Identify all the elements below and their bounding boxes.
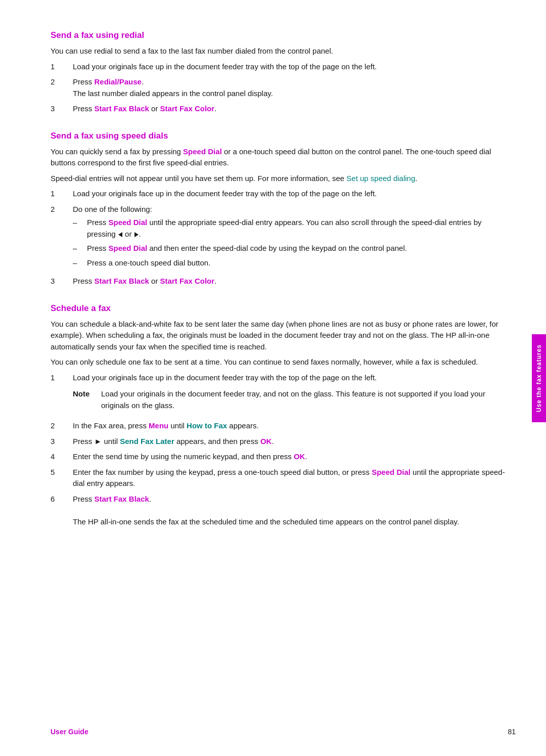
step-content: Load your originals face up in the docum…: [73, 372, 506, 417]
step-3-redial: 3 Press Start Fax Black or Start Fax Col…: [51, 103, 506, 115]
step-num: 5: [51, 467, 63, 490]
sub-item-2: – Press Speed Dial and then enter the sp…: [73, 243, 506, 254]
section-intro-schedule: You can schedule a black-and-white fax t…: [51, 319, 506, 353]
triangle-right-icon: [134, 232, 139, 237]
footer-label: User Guide: [51, 728, 88, 736]
step-content: Enter the fax number by using the keypad…: [73, 467, 506, 490]
step-content: In the Fax area, press Menu until How to…: [73, 420, 506, 432]
steps-list-redial: 1 Load your originals face up in the doc…: [51, 61, 506, 115]
keyword-menu: Menu: [149, 421, 168, 430]
step-num: 3: [51, 436, 63, 448]
sub-content: Press Speed Dial and then enter the spee…: [87, 243, 506, 254]
keyword-start-fax-color-2: Start Fax Color: [160, 277, 215, 285]
step-content: Press Start Fax Black or Start Fax Color…: [73, 103, 506, 115]
step-num: 1: [51, 61, 63, 73]
triangle-left-icon: [118, 232, 122, 237]
keyword-start-fax-black: Start Fax Black: [95, 104, 149, 113]
section-intro2-schedule: You can only schedule one fax to be sent…: [51, 357, 506, 368]
step-content: Do one of the following: – Press Speed D…: [73, 204, 506, 272]
step-6-schedule: 6 Press Start Fax Black. The HP all-in-o…: [51, 494, 506, 528]
sub-content: Press Speed Dial until the appropriate s…: [87, 217, 506, 240]
dash: –: [73, 257, 80, 269]
section-title-speed-dials: Send a fax using speed dials: [51, 131, 506, 141]
section-send-fax-redial: Send a fax using redial You can use redi…: [51, 30, 506, 115]
section-schedule-fax: Schedule a fax You can schedule a black-…: [51, 303, 506, 528]
side-tab-text: Use the fax features: [535, 344, 542, 412]
step-num: 2: [51, 76, 63, 99]
step-content: Press Start Fax Black or Start Fax Color…: [73, 276, 506, 287]
step-content: Press ► until Send Fax Later appears, an…: [73, 436, 506, 448]
dash: –: [73, 243, 80, 254]
step-content: Press Start Fax Black. The HP all-in-one…: [73, 494, 506, 528]
step-2-redial: 2 Press Redial/Pause.The last number dia…: [51, 76, 506, 99]
step-1-speed-dials: 1 Load your originals face up in the doc…: [51, 188, 506, 200]
side-tab: Use the fax features: [532, 334, 546, 422]
step-content: Load your originals face up in the docum…: [73, 61, 506, 73]
dash: –: [73, 217, 80, 240]
step-num: 4: [51, 451, 63, 463]
note-label: Note: [73, 388, 93, 411]
step-2-speed-dials: 2 Do one of the following: – Press Speed…: [51, 204, 506, 272]
section-title-schedule: Schedule a fax: [51, 303, 506, 314]
step-3-speed-dials: 3 Press Start Fax Black or Start Fax Col…: [51, 276, 506, 287]
keyword-speed-dial-1: Speed Dial: [109, 218, 148, 227]
keyword-redial-pause: Redial/Pause: [95, 77, 142, 86]
step-num: 2: [51, 204, 63, 272]
keyword-start-fax-black-3: Start Fax Black: [95, 495, 149, 503]
section-send-fax-speed-dials: Send a fax using speed dials You can qui…: [51, 131, 506, 287]
keyword-ok-1: OK: [260, 437, 272, 446]
steps-list-schedule: 1 Load your originals face up in the doc…: [51, 372, 506, 528]
keyword-send-fax-later: Send Fax Later: [120, 437, 174, 446]
step-num: 2: [51, 420, 63, 432]
sub-item-3: – Press a one-touch speed dial button.: [73, 257, 506, 269]
section-intro-speed-dials: You can quickly send a fax by pressing S…: [51, 146, 506, 169]
keyword-start-fax-color: Start Fax Color: [160, 104, 215, 113]
step-content: Press Redial/Pause.The last number diale…: [73, 76, 506, 99]
section-intro2-speed-dials: Speed-dial entries will not appear until…: [51, 173, 506, 185]
sub-list-speed-dials: – Press Speed Dial until the appropriate…: [73, 217, 506, 269]
keyword-speed-dial-3: Speed Dial: [372, 468, 411, 476]
step-2-schedule: 2 In the Fax area, press Menu until How …: [51, 420, 506, 432]
section-title-redial: Send a fax using redial: [51, 30, 506, 40]
note-content: Load your originals in the document feed…: [101, 388, 506, 411]
sub-item-1: – Press Speed Dial until the appropriate…: [73, 217, 506, 240]
step-num: 3: [51, 103, 63, 115]
step-1-redial: 1 Load your originals face up in the doc…: [51, 61, 506, 73]
steps-list-speed-dials: 1 Load your originals face up in the doc…: [51, 188, 506, 287]
keyword-how-to-fax: How to Fax: [187, 421, 227, 430]
note-block: Note Load your originals in the document…: [73, 388, 506, 411]
keyword-ok-2: OK: [294, 452, 305, 461]
page-number: 81: [508, 728, 516, 736]
step-num: 1: [51, 188, 63, 200]
step-1-schedule: 1 Load your originals face up in the doc…: [51, 372, 506, 417]
keyword-speed-dial-2: Speed Dial: [109, 244, 148, 252]
step-num: 6: [51, 494, 63, 528]
section-intro-redial: You can use redial to send a fax to the …: [51, 46, 506, 57]
step-num: 1: [51, 372, 63, 417]
keyword-speed-dial-intro: Speed Dial: [183, 147, 222, 156]
footer: User Guide 81: [51, 728, 516, 736]
link-set-up-speed-dialing[interactable]: Set up speed dialing: [346, 174, 415, 183]
step-4-schedule: 4 Enter the send time by using the numer…: [51, 451, 506, 463]
step-num: 3: [51, 276, 63, 287]
page-container: Send a fax using redial You can use redi…: [0, 0, 546, 756]
step-5-schedule: 5 Enter the fax number by using the keyp…: [51, 467, 506, 490]
step-content: Load your originals face up in the docum…: [73, 188, 506, 200]
keyword-start-fax-black-2: Start Fax Black: [95, 277, 149, 285]
step-content: Enter the send time by using the numeric…: [73, 451, 506, 463]
step-3-schedule: 3 Press ► until Send Fax Later appears, …: [51, 436, 506, 448]
sub-content: Press a one-touch speed dial button.: [87, 257, 506, 269]
